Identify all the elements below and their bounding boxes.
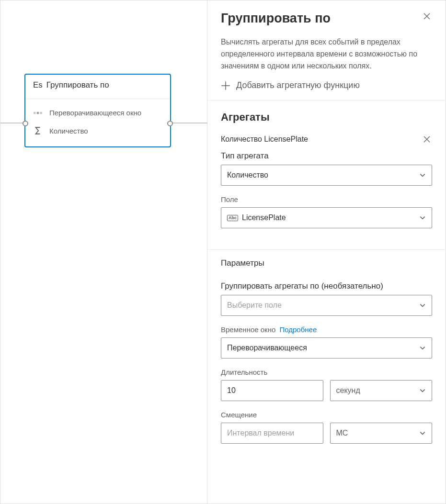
- svg-rect-1: [37, 112, 39, 114]
- chevron-down-icon: [419, 345, 426, 351]
- panel-title: Группировать по: [221, 11, 331, 26]
- aggregate-field-value: LicensePlate: [242, 213, 286, 222]
- aggregate-item: Количество LicensePlate Тип агрегата Кол…: [207, 130, 446, 249]
- remove-aggregate-button[interactable]: [422, 134, 432, 145]
- node-row-window: Переворачивающееся окно: [25, 104, 170, 122]
- node-row-count: Количество: [25, 122, 170, 140]
- aggregates-heading: Агрегаты: [207, 101, 446, 130]
- offset-unit-select[interactable]: МС: [330, 423, 433, 444]
- group-by-placeholder: Выберите поле: [227, 301, 282, 310]
- panel-header: Группировать по: [207, 0, 446, 26]
- node-group-by[interactable]: Es Группировать по Переворачивающееся ок…: [24, 74, 171, 147]
- aggregate-field-select[interactable]: Abc LicensePlate: [221, 207, 432, 228]
- chevron-down-icon: [419, 302, 426, 309]
- offset-label: Смещение: [221, 411, 432, 423]
- node-port-in[interactable]: [23, 121, 28, 126]
- aggregate-field-label: Поле: [221, 195, 432, 207]
- aggregate-type-label: Тип агрегата: [221, 151, 432, 165]
- close-button[interactable]: [422, 11, 432, 22]
- aggregate-field-group: Поле Abc LicensePlate: [221, 195, 432, 228]
- node-row-window-label: Переворачивающееся окно: [49, 109, 141, 117]
- window-type-select[interactable]: Переворачивающееся: [221, 337, 432, 358]
- plus-icon: [221, 81, 230, 90]
- chevron-down-icon: [419, 172, 426, 179]
- app-root: Es Группировать по Переворачивающееся ок…: [0, 0, 446, 504]
- node-prefix: Es: [33, 80, 43, 90]
- time-window-label-row: Временное окно Подробнее: [221, 325, 432, 337]
- offset-group: Смещение МС: [221, 411, 432, 444]
- aggregate-type-group: Тип агрегата Количество: [221, 151, 432, 186]
- group-by-label: Группировать агрегаты по (необязательно): [221, 281, 432, 295]
- time-window-label: Временное окно: [221, 325, 275, 334]
- offset-unit-value: МС: [336, 429, 348, 437]
- string-type-icon: Abc: [227, 215, 238, 221]
- edge-out: [171, 123, 207, 123]
- chevron-down-icon: [419, 214, 426, 221]
- offset-input[interactable]: [221, 423, 323, 444]
- node-title: Группировать по: [46, 80, 109, 90]
- svg-rect-2: [40, 112, 43, 114]
- sigma-icon: [33, 126, 43, 135]
- node-body: Переворачивающееся окно Количество: [25, 99, 170, 146]
- duration-group: Длительность секунд: [221, 368, 432, 401]
- time-window-more-link[interactable]: Подробнее: [279, 325, 317, 334]
- duration-unit-select[interactable]: секунд: [330, 380, 433, 401]
- chevron-down-icon: [419, 430, 426, 437]
- svg-rect-0: [34, 112, 36, 114]
- add-aggregate-button[interactable]: Добавить агрегатную функцию: [207, 72, 446, 100]
- group-by-field-group: Группировать агрегаты по (необязательно)…: [221, 281, 432, 316]
- chevron-down-icon: [419, 387, 426, 394]
- flow-canvas[interactable]: Es Группировать по Переворачивающееся ок…: [0, 0, 207, 504]
- node-header: Es Группировать по: [25, 75, 170, 99]
- params-heading: Параметры: [221, 258, 432, 281]
- duration-label: Длительность: [221, 368, 432, 380]
- window-type-value: Переворачивающееся: [227, 344, 307, 352]
- aggregate-type-select[interactable]: Количество: [221, 165, 432, 186]
- node-row-count-label: Количество: [49, 127, 88, 135]
- node-port-out[interactable]: [167, 121, 173, 126]
- properties-panel: Группировать по Вычислять агрегаты для в…: [207, 0, 446, 504]
- duration-unit-value: секунд: [336, 386, 360, 395]
- tumbling-window-icon: [33, 110, 43, 116]
- group-by-select[interactable]: Выберите поле: [221, 295, 432, 316]
- edge-in: [0, 123, 24, 123]
- panel-description: Вычислять агрегаты для всех событий в пр…: [207, 26, 446, 72]
- aggregate-type-value: Количество: [227, 171, 268, 179]
- params-section: Параметры Группировать агрегаты по (необ…: [207, 250, 446, 467]
- time-window-group: Временное окно Подробнее Переворачивающе…: [221, 325, 432, 358]
- aggregate-item-header: Количество LicensePlate: [221, 132, 432, 151]
- add-aggregate-label: Добавить агрегатную функцию: [236, 80, 360, 90]
- aggregate-name: Количество LicensePlate: [221, 135, 308, 144]
- duration-input[interactable]: [221, 380, 323, 401]
